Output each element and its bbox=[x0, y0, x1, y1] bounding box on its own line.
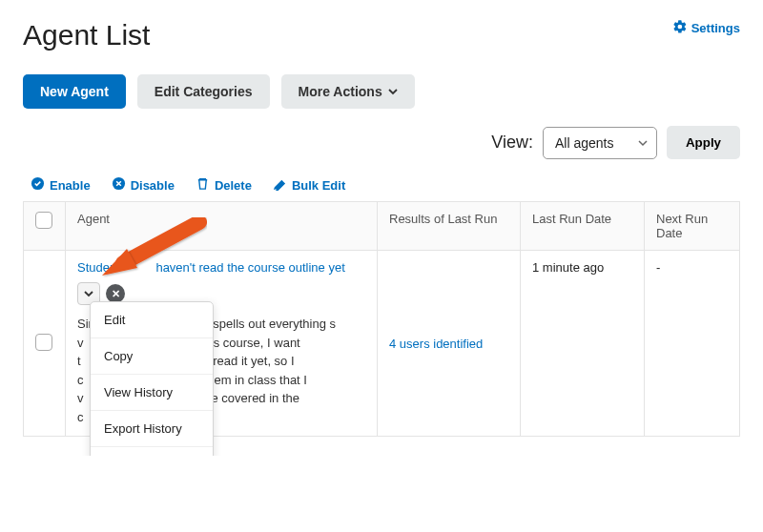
menu-practice-run[interactable]: Practice Run bbox=[91, 446, 213, 456]
more-actions-label: More Actions bbox=[299, 84, 382, 99]
last-run-cell: 1 minute ago bbox=[521, 251, 645, 437]
row-checkbox[interactable] bbox=[35, 334, 52, 351]
check-circle-icon bbox=[31, 176, 45, 194]
new-agent-button[interactable]: New Agent bbox=[23, 74, 126, 109]
col-lastrun: Last Run Date bbox=[521, 202, 645, 251]
more-actions-button[interactable]: More Actions bbox=[281, 74, 415, 109]
page-title: Agent List bbox=[23, 19, 150, 51]
annotation-arrow-icon bbox=[85, 211, 209, 287]
trash-icon bbox=[196, 176, 210, 194]
bulk-edit-action[interactable]: Bulk Edit bbox=[273, 176, 345, 194]
enable-action[interactable]: Enable bbox=[31, 176, 91, 194]
results-link[interactable]: 4 users identified bbox=[389, 337, 483, 351]
menu-export-history[interactable]: Export History bbox=[91, 410, 213, 446]
disable-action[interactable]: Disable bbox=[112, 176, 175, 194]
enable-label: Enable bbox=[50, 178, 91, 193]
next-run-cell: - bbox=[645, 251, 740, 437]
chevron-down-icon bbox=[84, 289, 93, 298]
delete-action[interactable]: Delete bbox=[196, 176, 252, 194]
view-label: View: bbox=[491, 133, 533, 153]
disabled-status-icon bbox=[106, 284, 125, 303]
gear-icon bbox=[672, 19, 688, 37]
settings-link[interactable]: Settings bbox=[672, 19, 740, 37]
apply-button[interactable]: Apply bbox=[667, 126, 740, 159]
menu-copy[interactable]: Copy bbox=[91, 338, 213, 374]
select-all-checkbox[interactable] bbox=[35, 212, 52, 229]
col-nextrun: Next Run Date bbox=[645, 202, 740, 251]
view-select[interactable]: All agents bbox=[543, 127, 657, 159]
disable-label: Disable bbox=[131, 178, 175, 193]
menu-edit[interactable]: Edit bbox=[91, 302, 213, 338]
x-circle-icon bbox=[112, 176, 126, 194]
delete-label: Delete bbox=[215, 178, 252, 193]
settings-label: Settings bbox=[691, 21, 740, 35]
bulk-edit-label: Bulk Edit bbox=[292, 178, 345, 193]
pencil-icon bbox=[273, 176, 287, 194]
chevron-down-icon bbox=[388, 84, 398, 99]
col-results: Results of Last Run bbox=[378, 202, 521, 251]
edit-categories-button[interactable]: Edit Categories bbox=[137, 74, 270, 109]
menu-view-history[interactable]: View History bbox=[91, 374, 213, 410]
agent-context-menu: Edit Copy View History Export History Pr… bbox=[90, 301, 214, 456]
